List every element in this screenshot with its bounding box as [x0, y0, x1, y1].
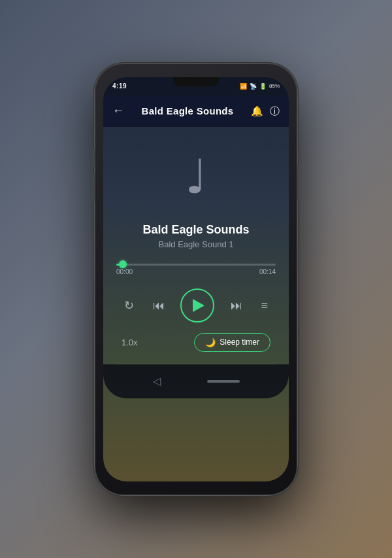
separator [116, 364, 276, 364]
back-button[interactable]: ← [112, 104, 124, 118]
playback-controls: ↻ ⏮ ⏭ ≡ [116, 288, 276, 323]
skip-next-button[interactable]: ⏭ [228, 297, 245, 314]
music-note-icon: ♩ [185, 153, 207, 200]
progress-thumb[interactable] [119, 260, 127, 268]
progress-container[interactable]: 00:00 00:14 [116, 264, 276, 275]
skip-prev-button[interactable]: ⏮ [150, 297, 167, 314]
album-art-area: ♩ [116, 127, 276, 223]
nav-back-icon[interactable]: ◁ [153, 375, 161, 387]
battery-percent: 85% [269, 83, 280, 89]
time-total: 00:14 [259, 268, 276, 275]
play-button[interactable] [180, 288, 214, 323]
bottom-nav-bar: ◁ [103, 364, 289, 398]
play-icon [193, 299, 204, 312]
nav-bar: ← Bald Eagle Sounds 🔔 ⓘ [103, 96, 289, 127]
info-icon[interactable]: ⓘ [270, 106, 280, 116]
playlist-button[interactable]: ≡ [258, 297, 270, 314]
bottom-controls-row: 1.0x 🌙 Sleep timer [116, 333, 276, 352]
sleep-timer-button[interactable]: 🌙 Sleep timer [194, 333, 270, 352]
status-bar: 4:19 📶 📡 🔋 85% [103, 77, 289, 96]
phone-frame: 4:19 📶 📡 🔋 85% ← Bald Eagle Sounds 🔔 ⓘ ♩ [95, 63, 297, 495]
page-title: Bald Eagle Sounds [142, 105, 234, 116]
player-content: ♩ Bald Eagle Sounds Bald Eagle Sound 1 0… [103, 127, 289, 364]
power-button[interactable] [297, 165, 299, 201]
screen: 4:19 📶 📡 🔋 85% ← Bald Eagle Sounds 🔔 ⓘ ♩ [103, 77, 289, 481]
progress-track[interactable] [116, 264, 276, 266]
status-icons: 📶 📡 🔋 85% [240, 83, 280, 90]
repeat-button[interactable]: ↻ [122, 297, 137, 314]
track-subtitle: Bald Eagle Sound 1 [142, 239, 249, 249]
wifi-icon: 📶 [240, 83, 247, 90]
sleep-timer-label: Sleep timer [220, 338, 259, 347]
status-time: 4:19 [112, 82, 127, 90]
track-title: Bald Eagle Sounds [142, 223, 249, 237]
vol-down-button[interactable] [93, 173, 95, 202]
signal-icon: 📡 [250, 83, 257, 90]
track-info: Bald Eagle Sounds Bald Eagle Sound 1 [142, 223, 249, 249]
battery-icon: 🔋 [259, 83, 267, 90]
moon-icon: 🌙 [205, 338, 216, 347]
time-current: 00:00 [116, 268, 133, 275]
playback-speed[interactable]: 1.0x [122, 338, 138, 347]
time-labels: 00:00 00:14 [116, 268, 276, 275]
notch [173, 77, 219, 86]
vol-up-button[interactable] [93, 148, 95, 167]
bell-icon[interactable]: 🔔 [251, 106, 263, 116]
nav-actions: 🔔 ⓘ [251, 106, 280, 116]
home-pill[interactable] [207, 380, 240, 383]
